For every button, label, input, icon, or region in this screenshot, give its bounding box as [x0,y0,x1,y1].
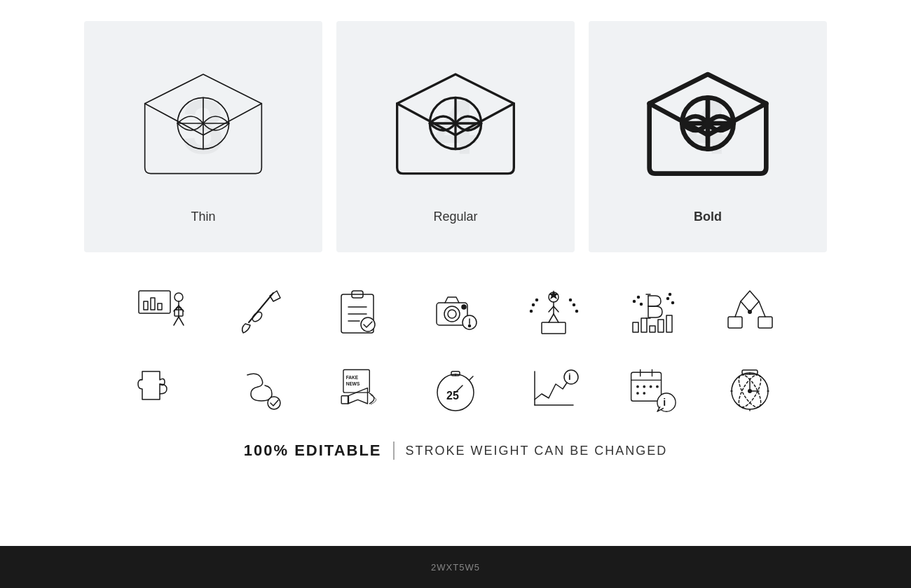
svg-point-82 [564,370,578,384]
svg-point-21 [251,310,263,323]
svg-point-92 [636,392,639,395]
svg-marker-41 [549,290,559,299]
svg-line-40 [554,314,559,322]
svg-point-44 [535,299,537,301]
svg-point-34 [469,325,471,327]
svg-point-29 [444,306,460,322]
main-container: 3 Thin 4 [0,0,911,588]
svg-line-77 [470,376,473,380]
svg-point-91 [656,385,659,388]
svg-point-88 [636,385,639,388]
lab-timer-icon [715,357,785,421]
svg-point-61 [669,294,671,296]
svg-point-89 [643,385,645,388]
fake-news-icon: FAKE NEWS [322,357,392,421]
footer-bar: 2WXT5W5 [0,546,911,588]
svg-line-17 [174,317,179,325]
stock-chart-icon: i [519,357,589,421]
svg-line-39 [549,314,554,322]
svg-line-65 [735,301,741,317]
svg-point-43 [532,304,534,306]
panel-bold-label: Bold [694,210,722,224]
svg-rect-11 [151,298,155,310]
calendar-info-icon: i [617,357,687,421]
gut-icon [224,357,294,421]
svg-rect-10 [144,301,148,310]
svg-point-68 [748,310,752,314]
puzzle-icon [126,357,196,421]
svg-point-90 [649,385,652,388]
icon-row-2: FAKE NEWS [42,357,869,421]
svg-point-69 [268,397,280,409]
svg-rect-52 [641,318,647,332]
svg-rect-54 [658,320,664,332]
icon-row-1 [42,280,869,343]
watermark-id: 2WXT5W5 [431,562,480,573]
svg-point-30 [448,310,456,318]
svg-point-58 [640,303,642,306]
svg-point-104 [748,389,752,393]
svg-point-48 [575,310,577,313]
checklist-icon [322,280,392,343]
presentation-icon [126,280,196,343]
svg-point-27 [361,317,375,331]
svg-rect-64 [758,317,772,328]
svg-point-57 [637,296,639,299]
svg-point-56 [633,301,635,303]
svg-text:25: 25 [446,390,459,402]
svg-point-60 [671,302,673,304]
svg-text:NEWS: NEWS [345,381,359,386]
panel-thin: 3 Thin [84,21,322,252]
top-panels: 3 Thin 4 [42,21,869,252]
panel-regular-label: Regular [433,210,477,224]
svg-rect-12 [158,303,162,310]
svg-point-45 [530,310,532,313]
bottom-label: 100% EDITABLE STROKE WEIGHT CAN BE CHANG… [244,442,667,460]
svg-point-31 [462,305,466,309]
svg-line-66 [759,301,765,317]
svg-marker-62 [741,291,759,312]
winner-icon [519,280,589,343]
bitcoin-chart-icon [617,280,687,343]
panel-thin-label: Thin [191,210,215,224]
panel-bold: 4 Bold [589,21,827,252]
svg-text:i: i [663,397,666,408]
svg-point-46 [573,304,575,306]
svg-line-38 [554,306,559,312]
svg-point-47 [569,299,571,301]
svg-text:FAKE: FAKE [345,375,358,380]
stroke-label: STROKE WEIGHT CAN BE CHANGED [406,444,668,458]
camera-icon [420,280,491,343]
svg-line-18 [179,317,184,325]
svg-rect-42 [542,322,566,334]
paintbrush-icon [224,280,294,343]
svg-rect-55 [666,315,672,332]
svg-text:i: i [568,371,571,382]
editable-label: 100% EDITABLE [244,442,382,460]
svg-rect-63 [728,317,742,328]
svg-line-37 [549,306,554,312]
timer25-icon: 25 [420,357,491,421]
flowchart-icon [715,280,785,343]
footer-divider [393,442,395,460]
svg-point-13 [174,293,183,301]
svg-rect-51 [633,322,638,332]
panel-regular: 4 Regular [336,21,575,252]
svg-point-59 [666,298,669,300]
svg-rect-53 [650,326,655,332]
svg-point-93 [643,392,645,395]
